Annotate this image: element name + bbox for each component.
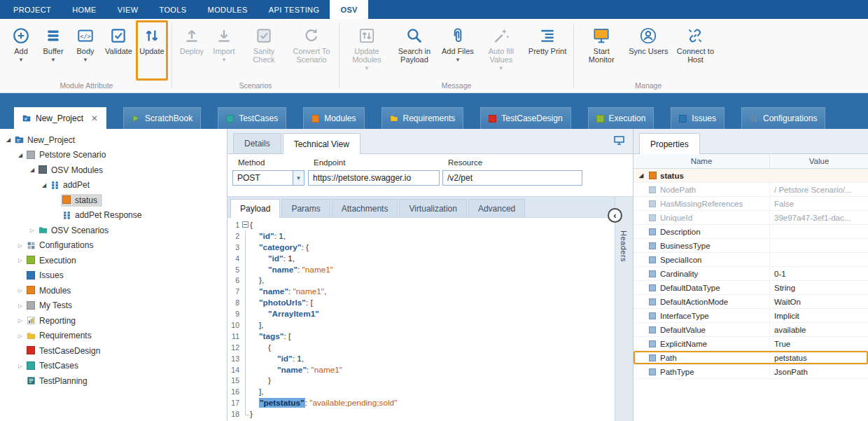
add-files-button[interactable]: Add Files▼	[438, 20, 477, 81]
tree-item-new-project[interactable]: ◢New_Project	[0, 132, 227, 148]
sync-users-button[interactable]: Sync Users	[625, 20, 671, 81]
property-row-description[interactable]: Description	[634, 225, 868, 239]
sanity-check-button[interactable]: Sanity Check	[240, 20, 288, 81]
code-line[interactable]: 15}	[227, 375, 615, 386]
tab-params[interactable]: Params	[281, 199, 330, 217]
code-line[interactable]: 13"id": 1,	[227, 353, 615, 364]
expander-expanded-icon[interactable]: ◢	[15, 152, 25, 158]
column-header-name[interactable]: Name	[634, 154, 770, 168]
buffer-button[interactable]: Buffer▼	[37, 20, 69, 81]
expander-collapsed-icon[interactable]: ▷	[15, 257, 25, 263]
update-button[interactable]: Update	[136, 20, 168, 81]
fold-collapse-icon[interactable]	[242, 221, 248, 228]
tab-properties[interactable]: Properties	[639, 133, 700, 154]
tab-attachments[interactable]: Attachments	[332, 199, 398, 217]
expander-collapsed-icon[interactable]: ▷	[15, 363, 25, 369]
tree-item-configurations[interactable]: ▷Configurations	[0, 238, 227, 254]
doc-tab-modules[interactable]: Modules	[303, 107, 364, 129]
tree-item-osv-scenarios[interactable]: ▷OSV Scenarios	[0, 223, 227, 238]
tree-item-modules[interactable]: ▷Modules	[0, 283, 227, 298]
menu-item-api-testing[interactable]: API TESTING	[258, 0, 330, 19]
menu-item-modules[interactable]: MODULES	[197, 0, 258, 19]
doc-tab-testcases[interactable]: TestCases	[218, 107, 286, 129]
property-row-specialicon[interactable]: SpecialIcon	[634, 253, 868, 267]
code-line[interactable]: 4"id": 1,	[227, 253, 615, 264]
menu-item-osv[interactable]: OSV	[330, 0, 368, 19]
close-icon[interactable]: ✕	[91, 114, 98, 123]
menu-item-project[interactable]: PROJECT	[3, 0, 62, 19]
update-modules-button[interactable]: Update Modules▼	[343, 20, 391, 81]
import-button[interactable]: Import▼	[208, 20, 240, 81]
validate-button[interactable]: Validate	[102, 20, 136, 81]
tab-payload[interactable]: Payload	[230, 199, 280, 218]
tree-item-osv-modules[interactable]: ◢OSV Modules	[0, 163, 227, 178]
tab-details[interactable]: Details	[233, 133, 281, 153]
doc-tab-scratchbook[interactable]: ScratchBook	[123, 107, 201, 129]
tree-item-reporting[interactable]: ▷Reporting	[0, 313, 227, 329]
convert-to-scenario-button[interactable]: Convert To Scenario	[288, 20, 335, 81]
code-line[interactable]: 17"petstatus": "available;pending;sold"	[227, 397, 615, 408]
tree-item-testcases[interactable]: ▷TestCases	[0, 359, 227, 374]
tab-technical-view[interactable]: Technical View	[283, 133, 360, 154]
resource-input[interactable]	[442, 170, 582, 186]
code-line[interactable]: 14"name": "name1"	[227, 364, 615, 375]
code-line[interactable]: 12{	[227, 342, 615, 353]
code-line[interactable]: 3"category": {	[227, 242, 615, 253]
expander-expanded-icon[interactable]: ◢	[39, 182, 49, 188]
expander-collapsed-icon[interactable]: ▷	[15, 317, 25, 324]
property-row-path[interactable]: Pathpetstatus	[634, 351, 868, 365]
code-line[interactable]: 10],	[227, 319, 615, 331]
tree-item-status[interactable]: status	[0, 193, 227, 208]
code-line[interactable]: 6},	[227, 275, 615, 286]
code-line[interactable]: 11"tags": [	[227, 331, 615, 342]
expander-collapsed-icon[interactable]: ▷	[15, 242, 25, 249]
doc-tab-issues[interactable]: Issues	[671, 107, 724, 129]
expander-collapsed-icon[interactable]: ▷	[27, 227, 37, 233]
code-line[interactable]: 2"id": 1,	[227, 230, 615, 242]
expander-collapsed-icon[interactable]: ▷	[15, 303, 25, 309]
body-button[interactable]: </>Body▼	[69, 20, 102, 81]
tree-item-testplanning[interactable]: TestPlanning	[0, 373, 227, 389]
code-line[interactable]: 7"name": "name1",	[227, 286, 615, 297]
doc-tab-execution[interactable]: Execution	[588, 107, 654, 129]
payload-code-editor[interactable]: 1{2"id": 1,3"category": {4"id": 1,5"name…	[227, 218, 615, 421]
tree-item-execution[interactable]: ▷Execution	[0, 253, 227, 268]
expander-collapsed-icon[interactable]: ▷	[15, 287, 25, 294]
add-button[interactable]: Add▼	[5, 20, 37, 81]
fold-gutter[interactable]	[241, 219, 250, 230]
code-line[interactable]: 5"name": "name1"	[227, 264, 615, 275]
expander-expanded-icon[interactable]: ◢	[27, 167, 37, 173]
tree-item-my-tests[interactable]: ▷My Tests	[0, 298, 227, 314]
code-line[interactable]: 1{	[227, 219, 615, 230]
property-row-defaultactionmode[interactable]: DefaultActionModeWaitOn	[634, 295, 868, 309]
tab-advanced[interactable]: Advanced	[468, 199, 525, 217]
property-row-defaultdatatype[interactable]: DefaultDataTypeString	[634, 281, 868, 295]
tree-item-addpet-response[interactable]: addPet Response	[0, 208, 227, 223]
tree-item-testcasedesign[interactable]: TestCaseDesign	[0, 343, 227, 359]
pretty-print-button[interactable]: Pretty Print	[525, 20, 570, 81]
expander-expanded-icon[interactable]: ◢	[4, 137, 13, 143]
code-line[interactable]: 18}	[227, 408, 615, 420]
doc-tab-new-project[interactable]: New_Project✕	[14, 107, 106, 129]
property-row-defaultvalue[interactable]: DefaultValueavailable	[634, 323, 868, 337]
start-monitor-button[interactable]: Start Monitor	[578, 20, 625, 81]
property-row-interfacetype[interactable]: InterfaceTypeImplicit	[634, 309, 868, 323]
collapse-chevron-icon[interactable]: ‹	[608, 208, 622, 223]
property-row-hasmissingreferences[interactable]: HasMissingReferencesFalse	[634, 197, 868, 211]
doc-tab-requirements[interactable]: Requirements	[382, 107, 464, 129]
tree-item-requirements[interactable]: ▷Requirements	[0, 329, 227, 344]
code-line[interactable]: 16],	[227, 386, 615, 397]
property-row-cardinality[interactable]: Cardinality0-1	[634, 267, 868, 281]
headers-collapsed-panel[interactable]: ‹ Headers	[615, 197, 633, 421]
auto-fill-values-button[interactable]: Auto fill Values▼	[477, 20, 525, 81]
chevron-down-icon[interactable]: ▼	[293, 171, 304, 185]
property-row-nodepath[interactable]: NodePath/ Petstore Scenario/...	[634, 183, 868, 197]
property-row-uniqueid[interactable]: UniqueId39e97a47-3ef1-dac...	[634, 211, 868, 225]
menu-item-tools[interactable]: TOOLS	[148, 0, 197, 19]
menu-item-home[interactable]: HOME	[62, 0, 107, 19]
connect-to-host-button[interactable]: Connect to Host	[671, 20, 719, 81]
property-row-explicitname[interactable]: ExplicitNameTrue	[634, 337, 868, 351]
expander-collapsed-icon[interactable]: ▷	[15, 333, 25, 339]
doc-tab-testcasedesign[interactable]: TestCaseDesign	[480, 107, 570, 129]
menu-item-view[interactable]: VIEW	[107, 0, 149, 19]
